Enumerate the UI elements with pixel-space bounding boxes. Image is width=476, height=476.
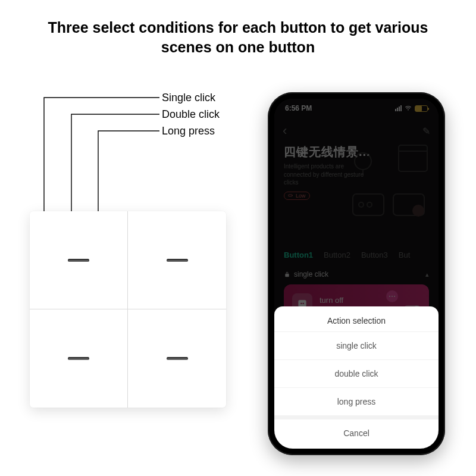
svg-rect-9 bbox=[289, 195, 292, 196]
action-sheet-cancel[interactable]: Cancel bbox=[274, 419, 439, 449]
switch-button-2[interactable] bbox=[128, 211, 226, 309]
phone-frame: 6:56 PM ‹ ✎ bbox=[268, 92, 445, 455]
wifi-icon bbox=[405, 105, 412, 112]
svg-point-5 bbox=[359, 202, 364, 207]
indicator-slot bbox=[167, 357, 188, 360]
action-option-long-press[interactable]: long press bbox=[274, 387, 439, 415]
switch-button-1[interactable] bbox=[30, 211, 128, 309]
svg-point-0 bbox=[355, 153, 371, 170]
back-button[interactable]: ‹ bbox=[283, 123, 287, 139]
indicator-slot bbox=[68, 259, 89, 262]
sheet-separator bbox=[274, 415, 439, 419]
device-illustration bbox=[348, 140, 431, 224]
indicator-slot bbox=[68, 357, 89, 360]
section-header-label: single click bbox=[294, 270, 328, 278]
scene-title: turn off bbox=[320, 296, 343, 305]
button-tabs: Button1 Button2 Button3 But bbox=[284, 250, 429, 259]
svg-point-8 bbox=[412, 205, 424, 217]
phone-screen: 6:56 PM ‹ ✎ bbox=[274, 99, 439, 449]
headline: Three select conditions for each button … bbox=[0, 18, 476, 57]
action-option-double-click[interactable]: double click bbox=[274, 359, 439, 387]
callout-long-press: Long press bbox=[162, 125, 215, 137]
svg-point-12 bbox=[300, 303, 302, 304]
indicator-slot bbox=[167, 259, 188, 262]
tab-button4[interactable]: But bbox=[399, 250, 411, 259]
status-bar: 6:56 PM bbox=[274, 99, 439, 118]
tap-icon bbox=[284, 271, 290, 278]
svg-rect-4 bbox=[353, 194, 384, 215]
section-header-single-click[interactable]: single click ▴ bbox=[284, 270, 429, 278]
tab-button3[interactable]: Button3 bbox=[361, 250, 388, 259]
action-sheet-title: Action selection bbox=[274, 306, 439, 331]
tab-button2[interactable]: Button2 bbox=[324, 250, 350, 259]
edit-button[interactable]: ✎ bbox=[422, 126, 430, 137]
battery-low-label: Low bbox=[296, 193, 306, 199]
switch-diagram: Single click Double click Long press bbox=[30, 95, 250, 446]
chevron-up-icon: ▴ bbox=[425, 271, 429, 278]
battery-icon bbox=[415, 105, 428, 112]
action-option-single-click[interactable]: single click bbox=[274, 331, 439, 359]
svg-rect-2 bbox=[399, 145, 427, 171]
tab-button1[interactable]: Button1 bbox=[284, 250, 313, 259]
callout-single-click: Single click bbox=[162, 92, 215, 104]
svg-rect-10 bbox=[292, 195, 293, 196]
switch-button-3[interactable] bbox=[30, 309, 128, 408]
svg-point-13 bbox=[303, 303, 304, 304]
switch-button-4[interactable] bbox=[128, 309, 226, 408]
callout-double-click: Double click bbox=[162, 108, 220, 121]
battery-low-icon bbox=[288, 193, 293, 198]
status-time: 6:56 PM bbox=[285, 104, 312, 112]
action-sheet: Action selection single click double cli… bbox=[274, 306, 439, 449]
physical-switch bbox=[30, 211, 226, 408]
signal-icon bbox=[395, 105, 402, 111]
battery-low-badge: Low bbox=[284, 192, 310, 200]
scene-more-button[interactable]: ⋯ bbox=[386, 290, 398, 302]
svg-point-6 bbox=[367, 202, 372, 207]
